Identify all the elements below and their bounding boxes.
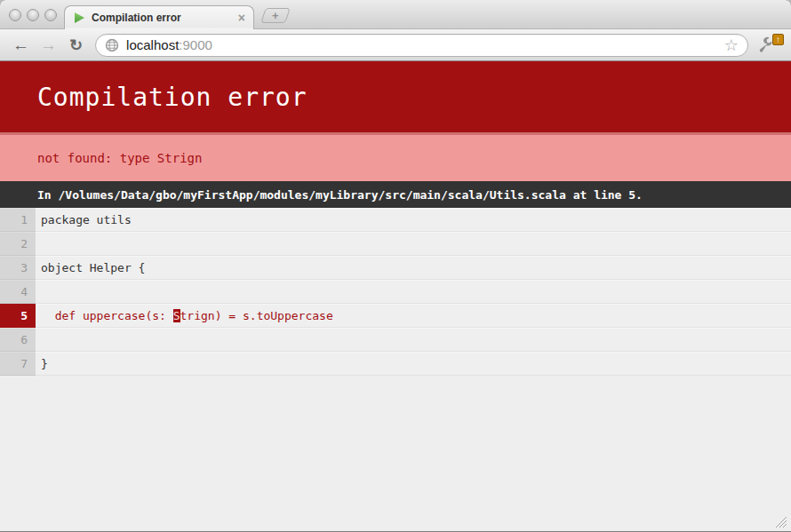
code-line-text: } <box>36 352 791 376</box>
code-segment: package utils <box>41 213 132 226</box>
page-title: Compilation error <box>37 83 308 112</box>
code-listing: 1package utils23object Helper {45 def up… <box>0 208 791 376</box>
reload-button[interactable]: ↻ <box>64 37 88 53</box>
error-location: In /Volumes/Data/gbo/myFirstApp/modules/… <box>37 188 643 202</box>
code-line-row: 3object Helper { <box>0 256 791 280</box>
line-number: 4 <box>0 280 36 304</box>
code-line-row: 4 <box>0 280 791 304</box>
back-button[interactable]: ← <box>7 36 35 53</box>
browser-toolbar: ← → ↻ localhost :9000 ☆ ↑ <box>0 29 791 61</box>
url-port: :9000 <box>179 37 212 52</box>
code-line-text: package utils <box>36 208 791 232</box>
new-tab-button[interactable]: + <box>260 8 291 23</box>
line-number: 6 <box>0 328 36 352</box>
line-number: 7 <box>0 352 36 376</box>
error-header: Compilation error <box>0 61 791 132</box>
line-number: 5 <box>0 304 36 328</box>
error-message-banner: not found: type Strign <box>0 132 791 181</box>
resize-grip-icon[interactable] <box>775 516 787 528</box>
bookmark-star-icon[interactable]: ☆ <box>724 37 739 53</box>
error-marker: S <box>173 309 180 322</box>
line-number: 1 <box>0 208 36 232</box>
window-close-button[interactable] <box>9 9 21 21</box>
code-line-row: 7} <box>0 352 791 376</box>
traffic-lights <box>9 9 57 21</box>
line-number: 2 <box>0 232 36 256</box>
error-location-bar: In /Volumes/Data/gbo/myFirstApp/modules/… <box>0 181 791 208</box>
page-background <box>0 376 791 531</box>
code-segment: trign) = s.toUppercase <box>180 309 333 322</box>
window-minimize-button[interactable] <box>27 9 39 21</box>
address-bar[interactable]: localhost :9000 ☆ <box>95 34 748 57</box>
code-line-row: 1package utils <box>0 208 791 232</box>
code-line-text: object Helper { <box>36 256 791 280</box>
code-line-row: 6 <box>0 328 791 352</box>
browser-window: Compilation error × + ← → ↻ localhost :9… <box>0 0 791 532</box>
code-segment: object Helper { <box>41 261 145 274</box>
code-line-text <box>36 232 791 256</box>
code-line-row: 2 <box>0 232 791 256</box>
wrench-menu-button[interactable]: ↑ <box>757 34 784 57</box>
globe-icon <box>105 38 119 52</box>
error-page: Compilation error not found: type Strign… <box>0 61 791 531</box>
forward-button[interactable]: → <box>35 36 62 53</box>
window-zoom-button[interactable] <box>44 9 57 21</box>
browser-tab[interactable]: Compilation error × <box>64 5 254 29</box>
code-line-row: 5 def uppercase(s: Strign) = s.toUpperca… <box>0 304 791 328</box>
plus-icon: + <box>272 10 279 21</box>
tab-close-icon[interactable]: × <box>238 12 245 24</box>
tab-strip: Compilation error × + <box>0 0 791 29</box>
code-segment: def uppercase(s: <box>41 309 173 322</box>
url-host: localhost <box>126 37 179 52</box>
tab-title: Compilation error <box>92 12 238 24</box>
code-line-text: def uppercase(s: Strign) = s.toUppercase <box>36 304 791 328</box>
update-badge: ↑ <box>772 34 784 45</box>
error-message: not found: type Strign <box>37 151 202 165</box>
code-line-text <box>36 280 791 304</box>
code-segment: } <box>41 357 48 370</box>
line-number: 3 <box>0 256 36 280</box>
code-line-text <box>36 328 791 352</box>
play-framework-icon <box>73 12 85 24</box>
